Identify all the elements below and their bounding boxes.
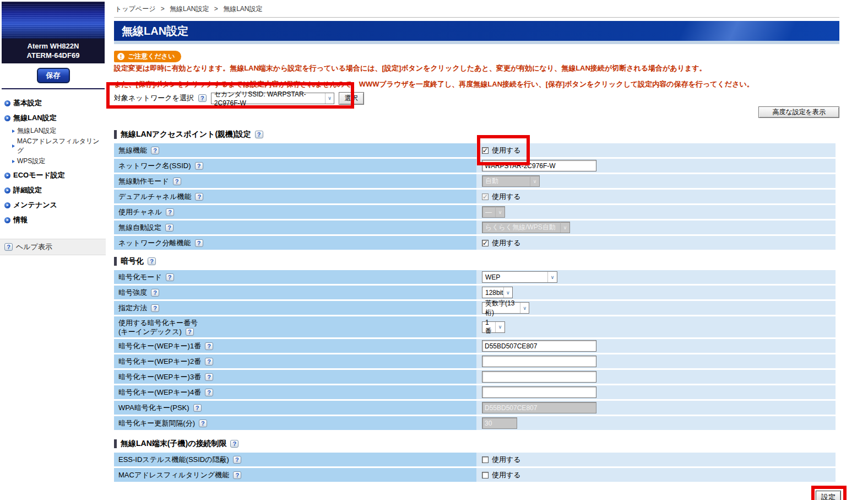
row-label: 使用する暗号化キー番号 bbox=[118, 319, 472, 327]
help-icon[interactable] bbox=[205, 389, 213, 396]
row-label: 暗号化モード bbox=[118, 272, 162, 282]
network-separation-checkbox[interactable] bbox=[482, 240, 489, 246]
select-value: 128bit bbox=[485, 289, 503, 297]
chevron-down-icon bbox=[325, 93, 333, 104]
save-area: 保存 bbox=[2, 63, 105, 89]
ssid-input[interactable] bbox=[482, 160, 596, 171]
sidebar-item-label: メンテナンス bbox=[13, 200, 57, 210]
submit-button[interactable]: 設定 bbox=[816, 491, 841, 500]
table-row: 暗号化モード WEP bbox=[114, 270, 836, 284]
target-network-row: 対象ネットワークを選択 セカンダリSSID: WARPSTAR-2C976F-W… bbox=[114, 90, 843, 106]
select-value: WEP bbox=[485, 273, 500, 281]
table-row: 暗号化キー更新間隔(分) bbox=[114, 416, 836, 430]
help-icon[interactable] bbox=[233, 456, 241, 464]
breadcrumb-item-top[interactable]: トップページ bbox=[115, 5, 155, 13]
table-row: 使用チャネル — bbox=[114, 205, 836, 219]
sidebar-subitem-mac-filtering[interactable]: MACアドレスフィルタリング bbox=[12, 137, 106, 155]
save-button[interactable]: 保存 bbox=[37, 68, 70, 83]
sidebar-item-wireless[interactable]: 無線LAN設定 bbox=[4, 113, 106, 123]
section-header-encryption: 暗号化 bbox=[114, 256, 843, 266]
encryption-table: 暗号化モード WEP 暗号強度 128bit 指定方 bbox=[114, 270, 836, 430]
notice-badge-label: ご注意ください bbox=[128, 52, 175, 61]
page-title: 無線LAN設定 bbox=[114, 21, 839, 41]
help-icon[interactable] bbox=[193, 404, 202, 412]
section-header-client-restriction: 無線LAN端末(子機)の接続制限 bbox=[114, 439, 843, 449]
help-icon[interactable] bbox=[195, 239, 203, 247]
key-update-interval-input bbox=[482, 417, 517, 429]
help-icon[interactable] bbox=[173, 178, 181, 185]
checkbox-label: 使用する bbox=[492, 470, 521, 480]
sidebar-item-advanced[interactable]: 詳細設定 bbox=[4, 185, 106, 195]
breadcrumb: トップページ > 無線LAN設定 > 無線LAN設定 bbox=[114, 4, 839, 18]
help-icon[interactable] bbox=[255, 131, 263, 138]
row-label: 無線機能 bbox=[118, 146, 147, 155]
help-icon[interactable] bbox=[198, 94, 207, 102]
sidebar-item-label: 詳細設定 bbox=[13, 185, 42, 195]
advanced-settings-button[interactable]: 高度な設定を表示 bbox=[758, 106, 839, 118]
sidebar-item-info[interactable]: 情報 bbox=[4, 215, 106, 225]
help-icon[interactable] bbox=[205, 373, 213, 381]
help-display-item[interactable]: ヘルプ表示 bbox=[0, 239, 106, 255]
sidebar-subitem-wps[interactable]: WPS設定 bbox=[12, 157, 106, 166]
sidebar-item-basic[interactable]: 基本設定 bbox=[4, 98, 106, 108]
sidebar-item-maintenance[interactable]: メンテナンス bbox=[4, 200, 106, 210]
help-icon[interactable] bbox=[205, 342, 213, 350]
section-title: 無線LAN端末(子機)の接続制限 bbox=[121, 439, 226, 449]
section-title: 無線LANアクセスポイント(親機)設定 bbox=[121, 130, 251, 139]
help-icon[interactable] bbox=[165, 224, 173, 232]
help-icon[interactable] bbox=[233, 471, 241, 479]
network-select-dropdown[interactable]: セカンダリSSID: WARPSTAR-2C976F-W bbox=[211, 93, 334, 104]
sidebar-subitem-label: WPS設定 bbox=[17, 157, 45, 166]
page: Aterm WH822N ATERM-64DF69 保存 基本設定 無線LAN設… bbox=[0, 0, 868, 500]
table-row: 暗号化キー(WEPキー)2番 bbox=[114, 354, 836, 368]
checkbox-label: 使用する bbox=[492, 192, 521, 202]
row-label: 暗号化キー(WEPキー)4番 bbox=[118, 388, 201, 397]
wireless-enable-checkbox[interactable] bbox=[482, 147, 489, 154]
bullet-arrow-icon bbox=[4, 202, 10, 208]
key-format-select[interactable]: 英数字(13桁) bbox=[482, 302, 529, 314]
select-value: 自動 bbox=[485, 176, 498, 186]
help-icon[interactable] bbox=[151, 147, 159, 154]
select-value: 英数字(13桁) bbox=[485, 299, 520, 318]
sidebar-item-label: 基本設定 bbox=[13, 98, 42, 108]
row-label: ネットワーク分離機能 bbox=[118, 238, 191, 248]
notice-line-2: また、[保存]ボタンをクリックするまでは設定内容が保存されませんので、WWWブラ… bbox=[114, 79, 843, 89]
sidebar-subitem-wireless-lan[interactable]: 無線LAN設定 bbox=[12, 126, 106, 136]
breadcrumb-item-wireless[interactable]: 無線LAN設定 bbox=[170, 5, 209, 13]
breadcrumb-separator: > bbox=[214, 5, 218, 13]
encryption-strength-select[interactable]: 128bit bbox=[482, 287, 513, 298]
network-select-button[interactable]: 選択 bbox=[339, 92, 364, 105]
encryption-mode-select[interactable]: WEP bbox=[482, 271, 557, 283]
help-icon[interactable] bbox=[195, 162, 203, 170]
wep-key2-input[interactable] bbox=[482, 356, 596, 367]
sidebar-item-eco[interactable]: ECOモード設定 bbox=[4, 170, 106, 180]
help-icon[interactable] bbox=[151, 304, 159, 312]
help-icon[interactable] bbox=[186, 328, 194, 336]
mac-filtering-checkbox[interactable] bbox=[482, 472, 489, 479]
help-icon[interactable] bbox=[166, 208, 174, 216]
essid-stealth-checkbox[interactable] bbox=[482, 456, 489, 463]
help-icon[interactable] bbox=[199, 420, 207, 427]
arrow-right-icon bbox=[12, 160, 15, 163]
bullet-arrow-icon bbox=[4, 187, 10, 193]
key-index-select[interactable]: 1番 bbox=[482, 321, 505, 333]
help-icon[interactable] bbox=[166, 273, 174, 281]
help-icon[interactable] bbox=[151, 289, 159, 297]
row-label: ESS-IDステルス機能(SSIDの隠蔽) bbox=[118, 455, 229, 465]
network-select-value: セカンダリSSID: WARPSTAR-2C976F-W bbox=[214, 90, 326, 107]
select-value: 1番 bbox=[485, 319, 495, 336]
wpa-psk-input bbox=[482, 402, 596, 413]
table-row: 無線動作モード 自動 bbox=[114, 174, 836, 188]
wep-key1-input[interactable] bbox=[482, 340, 596, 352]
section-header-access-point: 無線LANアクセスポイント(親機)設定 bbox=[114, 130, 843, 139]
wep-key4-input[interactable] bbox=[482, 386, 596, 398]
help-icon[interactable] bbox=[230, 440, 238, 448]
row-label: 無線動作モード bbox=[118, 176, 169, 186]
select-value: らくらく無線/WPS自動 bbox=[485, 223, 556, 232]
help-icon[interactable] bbox=[205, 358, 213, 365]
section-title: 暗号化 bbox=[121, 256, 144, 266]
wep-key3-input[interactable] bbox=[482, 371, 596, 383]
help-icon[interactable] bbox=[195, 193, 203, 201]
help-icon[interactable] bbox=[148, 257, 156, 265]
help-icon bbox=[4, 243, 13, 251]
